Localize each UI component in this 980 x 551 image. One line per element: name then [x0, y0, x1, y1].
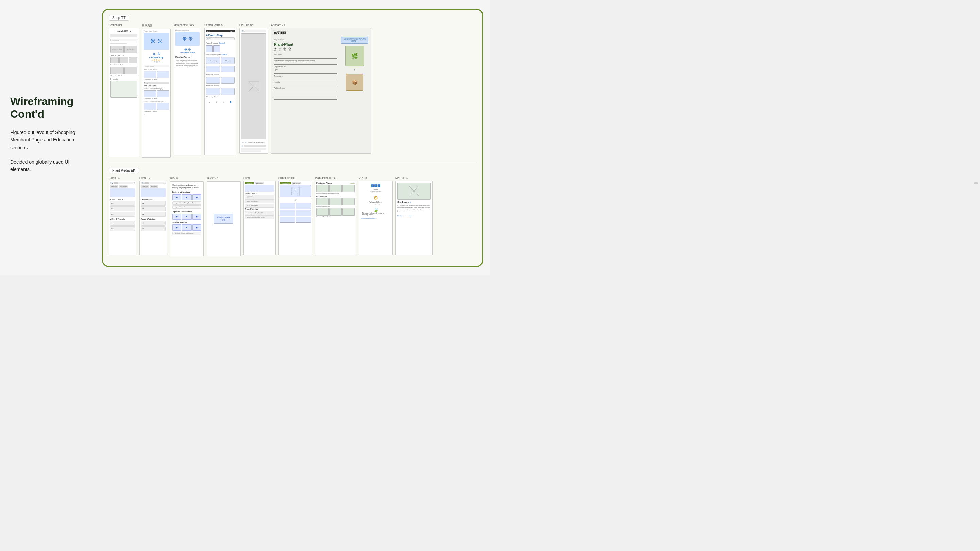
diy-2-label: DIY - 2 — [359, 176, 393, 179]
pp-home-frame: Plantpedia My Garden Trending Topics ● 园… — [243, 181, 275, 256]
diy-2-1-wrapper: DIY - 2 - 1 Sunflower ♥ — [395, 176, 433, 256]
main-canvas: Shop-TT Section bar Shop主页面 - 1 Flowerpe… — [102, 8, 483, 267]
left-panel: Wireframing Cont'd Figured out layout of… — [7, 89, 92, 187]
pp-home-wrapper: Home Plantpedia My Garden Trending Topic… — [243, 176, 275, 256]
plant-portfolio-frame: Plant Portfolio My Portfolio ☞ — [278, 181, 312, 256]
home-2-wrapper: Home - 2 🔍 PlantPedia MyGarden Trending … — [139, 176, 167, 256]
plant-pedia-label: Plant Pedia-EK — [108, 168, 139, 173]
section-bar-label: Section bar — [108, 24, 139, 27]
artboard-1-label: Artboard - 1 — [271, 24, 371, 27]
diy-home-top-frame: 🔍 ← → Save i — [239, 28, 268, 154]
purchase-after-wrapper: 购买后 Check out these videos while waiting… — [170, 176, 204, 256]
chinese-label-text: （根据这里可以直接 用户品项填写页） — [343, 38, 366, 42]
artboard-title: 购买页面 — [274, 31, 368, 35]
merchants-story-frame: Flower cover picture ❋ ❊ ❋ ❊ A Flower Sh… — [173, 28, 202, 156]
purchase-after-1-frame: 这里是设计的购买页面 — [207, 181, 240, 256]
diy-2-wrapper: DIY - 2 ≡≡≡ Water 1-2 times per week — [359, 176, 393, 256]
diy-2-1-label: DIY - 2 - 1 — [395, 176, 433, 179]
plant-portfolio-1-frame: Featured Plants Nearby HouseplantRather … — [315, 181, 356, 256]
search-result-frame-wrapper: Search result o... 11:00 ●● ▲ A Flower S… — [204, 24, 237, 156]
shop-tt-section: Shop-TT Section bar Shop主页面 - 1 Flowerpe… — [108, 15, 477, 158]
merchant-page-label: 店家页面 — [142, 24, 171, 27]
home-1-wrapper: Home - 1 🔍 PlantPedia MyGarden Trending … — [108, 176, 137, 256]
section-bar-frame: Shop主页面 - 1 Flowerpedia A Flower shop P-… — [108, 28, 139, 157]
page-container: Wireframing Cont'd Figured out layout of… — [0, 0, 490, 275]
merchant-page-frame: Flower cover picture ❋ ❊ ❋ ❊ A Flower Sh… — [142, 29, 171, 158]
search-result-frame: 11:00 ●● ▲ A Flower Shop 🔍 Flower Recent… — [204, 28, 237, 156]
merchants-story-frame-wrapper: Merchant's Story Flower cover picture ❋ … — [173, 24, 202, 156]
diy-2-frame: ≡≡≡ Water 1-2 times per week ⚙ Full sunl… — [359, 181, 393, 256]
plant-portfolio-1-wrapper: Plant Porfolio - 1 Featured Plants Nearb… — [315, 176, 356, 256]
home-1-label: Home - 1 — [108, 176, 137, 179]
home-2-frame: 🔍 PlantPedia MyGarden Trending Topics ●●… — [139, 181, 167, 256]
description-paragraph-2: Decided on globally used UI elements. — [10, 158, 89, 173]
featured-plants-title: Featured Plants — [317, 182, 332, 184]
home-1-frame: 🔍 PlantPedia MyGarden Trending Topics ●●… — [108, 181, 137, 256]
shop-tt-label: Shop-TT — [108, 15, 129, 21]
bottom-frames-row: Home - 1 🔍 PlantPedia MyGarden Trending … — [108, 176, 477, 256]
diy-home-top-label: DIY - Home — [239, 24, 268, 27]
description-paragraph-1: Figured out layout of Shopping, Merchant… — [10, 129, 89, 151]
artboard-1-frame: 购买页面 Adjust from Plant·Plant — [271, 28, 371, 154]
merchants-story-label: Merchant's Story — [173, 24, 202, 27]
section-bar-frame-wrapper: Section bar Shop主页面 - 1 Flowerpedia A Fl… — [108, 24, 139, 157]
home-2-label: Home - 2 — [139, 176, 167, 179]
merchant-page-frame-wrapper: 店家页面 Flower cover picture ❋ ❊ ❋ ❊ A Flo — [142, 24, 171, 158]
pp-home-label: Home — [243, 176, 275, 179]
purchase-after-1-wrapper: 购买后 - 1 这里是设计的购买页面 — [207, 176, 240, 256]
page-title: Wireframing Cont'd — [10, 95, 89, 121]
search-result-label: Search result o... — [204, 24, 237, 27]
plant-portfolio-label: Plant Porfolio — [278, 176, 312, 179]
diy-home-top-frame-wrapper: DIY - Home 🔍 — [239, 24, 268, 154]
purchase-after-1-label: 购买后 - 1 — [207, 176, 240, 180]
purchase-after-label: 购买后 — [170, 176, 204, 180]
plant-portfolio-1-label: Plant Porfolio - 1 — [315, 176, 356, 179]
diy-2-1-frame: Sunflower ♥ In Chinese culture, sunflowe… — [395, 181, 433, 256]
artboard-1-wrapper: Artboard - 1 购买页面 Adjust from — [271, 24, 371, 154]
plant-portfolio-wrapper: Plant Porfolio Plant Portfolio My Portfo… — [278, 176, 312, 256]
plant-pedia-section: Plant Pedia-EK Home - 1 🔍 PlantPedia MyG… — [108, 168, 477, 256]
purchase-after-frame: Check out these videos while waiting for… — [170, 181, 204, 256]
top-frames-row: Section bar Shop主页面 - 1 Flowerpedia A Fl… — [108, 24, 477, 158]
